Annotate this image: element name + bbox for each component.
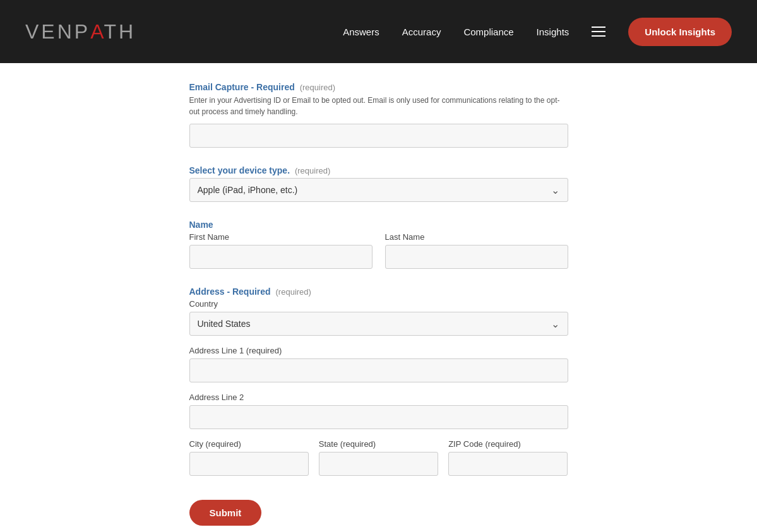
- email-required-tag: (required): [300, 83, 335, 92]
- city-label: City (required): [189, 439, 309, 449]
- logo-slash: A: [90, 20, 104, 44]
- submit-button[interactable]: Submit: [189, 500, 262, 526]
- zip-label: ZIP Code (required): [448, 439, 568, 449]
- logo: VENPATH: [25, 20, 136, 44]
- form-container: Email Capture - Required (required) Ente…: [177, 63, 581, 532]
- last-name-input[interactable]: [385, 245, 568, 269]
- device-select-wrap: Apple (iPad, iPhone, etc.) Android Other…: [189, 178, 568, 202]
- device-label: Select your device type. (required): [189, 165, 568, 175]
- address1-required-tag: (required): [246, 346, 282, 355]
- logo-text-part1: VENP: [25, 20, 90, 44]
- device-field-group: Select your device type. (required) Appl…: [189, 165, 568, 202]
- email-desc: Enter in your Advertising ID or Email to…: [189, 95, 568, 117]
- last-name-label: Last Name: [385, 232, 568, 242]
- address-label: Address - Required (required): [189, 287, 568, 297]
- email-input[interactable]: [189, 124, 568, 148]
- last-name-field: Last Name: [385, 232, 568, 269]
- state-field: State (required): [319, 439, 438, 476]
- zip-field: ZIP Code (required): [448, 439, 568, 476]
- city-input[interactable]: [189, 452, 309, 476]
- first-name-field: First Name: [189, 232, 373, 269]
- nav-answers[interactable]: Answers: [343, 27, 379, 37]
- state-input[interactable]: [319, 452, 438, 476]
- address-required-tag: (required): [276, 287, 311, 297]
- address1-label: Address Line 1 (required): [189, 346, 568, 355]
- name-label: Name: [189, 220, 568, 230]
- zip-input[interactable]: [448, 452, 568, 476]
- name-field-group: Name First Name Last Name: [189, 220, 568, 269]
- nav-accuracy[interactable]: Accuracy: [402, 27, 441, 37]
- email-field-group: Email Capture - Required (required) Ente…: [189, 82, 568, 148]
- first-name-input[interactable]: [189, 245, 373, 269]
- city-field: City (required): [189, 439, 309, 476]
- city-required-tag: (required): [206, 439, 241, 449]
- hamburger-icon[interactable]: [592, 27, 605, 37]
- country-select-wrap: United States Canada United Kingdom Othe…: [189, 312, 568, 336]
- nav-compliance[interactable]: Compliance: [463, 27, 513, 37]
- first-name-label: First Name: [189, 232, 373, 242]
- address2-input[interactable]: [189, 405, 568, 429]
- address-field-group: Address - Required (required) Country Un…: [189, 287, 568, 476]
- logo-text-part2: TH: [104, 20, 136, 44]
- state-required-tag: (required): [340, 439, 376, 449]
- email-label: Email Capture - Required (required): [189, 82, 568, 92]
- navbar: VENPATH Answers Accuracy Compliance Insi…: [0, 0, 757, 63]
- nav-links: Answers Accuracy Compliance Insights Unl…: [343, 18, 732, 46]
- state-label: State (required): [319, 439, 438, 449]
- unlock-insights-button[interactable]: Unlock Insights: [628, 18, 732, 46]
- address2-label: Address Line 2: [189, 393, 568, 402]
- country-label: Country: [189, 299, 568, 309]
- city-state-zip-row: City (required) State (required) ZIP Cod…: [189, 439, 568, 476]
- country-select[interactable]: United States Canada United Kingdom Othe…: [189, 312, 568, 336]
- zip-required-tag: (required): [485, 439, 520, 449]
- device-select[interactable]: Apple (iPad, iPhone, etc.) Android Other: [189, 178, 568, 202]
- nav-insights[interactable]: Insights: [537, 27, 569, 37]
- address1-input[interactable]: [189, 358, 568, 382]
- device-required-tag: (required): [295, 166, 330, 175]
- name-row: First Name Last Name: [189, 232, 568, 269]
